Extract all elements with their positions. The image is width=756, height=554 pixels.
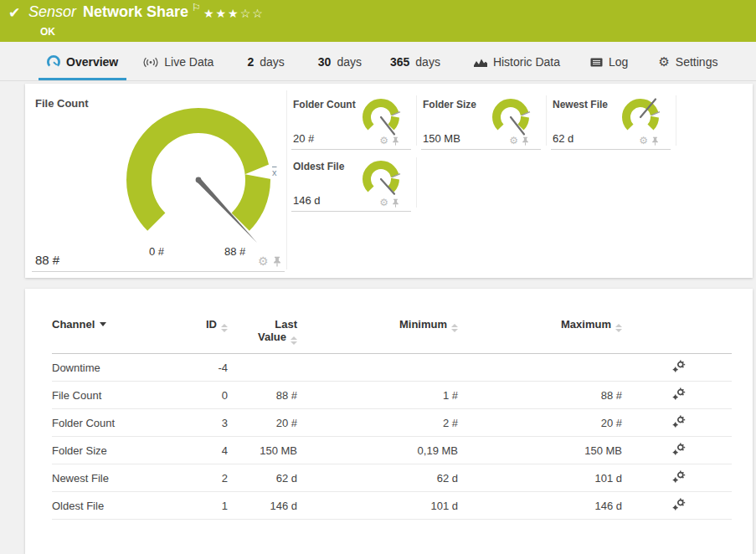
pin-icon[interactable]	[392, 136, 399, 146]
channel-settings-icon[interactable]	[672, 387, 686, 403]
log-list-icon	[590, 58, 603, 67]
cell-minimum: 1 #	[297, 389, 458, 402]
tab-overview[interactable]: Overview	[47, 44, 118, 80]
tab-label: days	[337, 55, 362, 69]
status-check-icon: ✔	[8, 4, 20, 22]
cell-id: 4	[169, 444, 228, 457]
gauges-panel: File Count x 0 # 88 # 88 # ⚙ Folder Coun…	[25, 84, 753, 278]
channel-settings-icon[interactable]	[672, 470, 686, 486]
cell-minimum: 101 d	[297, 500, 458, 512]
cell-channel[interactable]: Downtime	[52, 362, 169, 374]
tab-log[interactable]: Log	[590, 44, 628, 80]
newest-file-gauge	[616, 95, 665, 141]
table-row[interactable]: Downtime -4	[52, 354, 732, 382]
table-header: Channel ID Last Value Minimum Maximum	[52, 318, 732, 354]
gear-icon[interactable]: ⚙	[639, 136, 648, 146]
tab-365-days[interactable]: 365 days	[390, 44, 440, 80]
cell-channel[interactable]: Folder Size	[52, 444, 169, 457]
cell-channel[interactable]: File Count	[52, 389, 169, 402]
column-header-last-value[interactable]: Last Value	[228, 318, 297, 345]
cell-last-value: 150 MB	[228, 444, 297, 457]
cell-channel[interactable]: Newest File	[52, 472, 169, 485]
table-row[interactable]: File Count 0 88 # 1 # 88 #	[52, 382, 732, 409]
channel-settings-icon[interactable]	[672, 415, 686, 431]
file-count-gauge	[109, 102, 289, 257]
cell-id: -4	[169, 362, 228, 374]
area-chart-icon	[474, 57, 487, 67]
tab-2-days[interactable]: 2 days	[247, 44, 284, 80]
cell-minimum: 62 d	[297, 472, 458, 485]
cell-id: 3	[169, 417, 228, 429]
cell-last-value: 146 d	[228, 500, 297, 512]
gauge-scale-max: 88 #	[224, 245, 245, 258]
channel-settings-icon[interactable]	[672, 498, 686, 514]
oldest-file-gauge	[357, 157, 405, 203]
cell-id: 1	[169, 500, 228, 512]
gauge-title: Folder Count	[293, 99, 356, 110]
column-header-maximum[interactable]: Maximum	[458, 318, 622, 332]
flag-icon: ⚐	[192, 2, 201, 13]
gauge-scale-min: 0 #	[149, 245, 164, 258]
page-title: Network Share	[83, 3, 188, 20]
table-row[interactable]: Newest File 2 62 d 62 d 101 d	[52, 464, 732, 492]
gear-icon[interactable]: ⚙	[379, 197, 388, 208]
tab-30-days[interactable]: 30 days	[318, 44, 362, 80]
pin-icon[interactable]	[273, 256, 281, 267]
column-header-minimum[interactable]: Minimum	[297, 318, 458, 332]
cell-channel[interactable]: Folder Count	[52, 417, 169, 429]
cell-last-value: 88 #	[228, 389, 297, 402]
tab-settings[interactable]: ⚙ Settings	[658, 44, 717, 80]
channels-table: Channel ID Last Value Minimum Maximum Do…	[52, 318, 732, 520]
pin-icon[interactable]	[522, 136, 529, 146]
gauge-title: Oldest File	[293, 161, 344, 172]
mini-gauge-grid: Folder Count 20 # ⚙ Folder Size	[291, 94, 693, 212]
gauge-icon	[47, 55, 60, 69]
cell-minimum: 0,19 MB	[297, 444, 458, 457]
column-header-channel[interactable]: Channel	[52, 318, 169, 331]
sort-icon	[291, 336, 297, 345]
folder-size-gauge	[486, 95, 535, 141]
tab-label: days	[415, 55, 440, 69]
stars-empty[interactable]: ☆☆	[240, 7, 265, 20]
sensor-title-line: SensorNetwork Share⚐	[28, 3, 201, 21]
gauge-value: 88 #	[35, 253, 59, 267]
tab-number: 365	[390, 55, 409, 69]
tab-historic-data[interactable]: Historic Data	[474, 44, 560, 80]
tab-number: 2	[247, 55, 254, 69]
channel-settings-icon[interactable]	[672, 443, 686, 459]
gauge-tile-newest-file: Newest File 62 d ⚙	[551, 94, 671, 150]
tab-bar: Overview Live Data 2 days 30 days 365 da…	[0, 44, 756, 81]
cell-maximum: 150 MB	[458, 444, 622, 457]
table-row[interactable]: Folder Size 4 150 MB 0,19 MB 150 MB	[52, 437, 732, 464]
tab-label: Live Data	[164, 55, 213, 69]
gear-icon[interactable]: ⚙	[258, 255, 269, 267]
table-row[interactable]: Folder Count 3 20 # 2 # 20 #	[52, 409, 732, 437]
gear-icon[interactable]: ⚙	[509, 136, 518, 146]
gauge-title: Newest File	[553, 99, 608, 110]
pin-icon[interactable]	[392, 198, 399, 208]
cell-maximum: 146 d	[458, 500, 622, 512]
tab-label: Log	[609, 55, 628, 69]
table-row[interactable]: Oldest File 1 146 d 101 d 146 d	[52, 492, 732, 520]
cell-last-value: 62 d	[228, 472, 297, 485]
tab-label: Overview	[66, 55, 118, 69]
object-kind-label: Sensor	[28, 3, 76, 20]
cell-maximum: 101 d	[458, 472, 622, 485]
sensor-header: ✔ SensorNetwork Share⚐ ★★★☆☆ OK	[0, 0, 756, 42]
gear-icon[interactable]: ⚙	[379, 136, 388, 146]
pin-icon[interactable]	[651, 136, 659, 146]
gauge-value: 146 d	[293, 194, 321, 207]
cell-channel[interactable]: Oldest File	[52, 500, 169, 512]
tab-live-data[interactable]: Live Data	[143, 44, 213, 80]
priority-rating[interactable]: ★★★☆☆	[203, 7, 265, 20]
gauge-tile-folder-count: Folder Count 20 # ⚙	[291, 94, 411, 150]
channel-settings-icon[interactable]	[672, 360, 686, 376]
channels-panel: Channel ID Last Value Minimum Maximum Do…	[25, 289, 753, 554]
average-marker: x	[272, 167, 277, 177]
cell-id: 2	[169, 472, 228, 485]
stars-filled[interactable]: ★★★	[203, 7, 240, 20]
column-header-id[interactable]: ID	[169, 318, 228, 332]
gauge-title: File Count	[35, 97, 89, 110]
tab-label: days	[260, 55, 285, 69]
gear-icon: ⚙	[658, 54, 669, 69]
